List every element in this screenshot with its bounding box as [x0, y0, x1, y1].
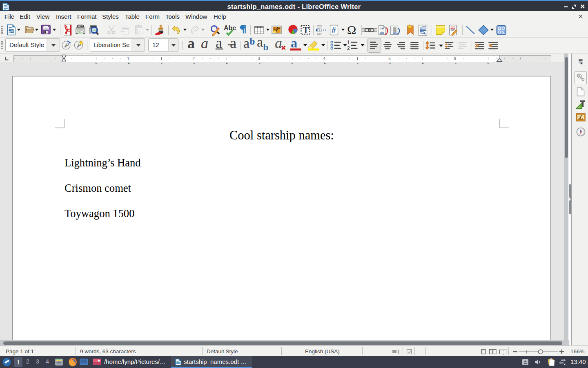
- svg-text:6: 6: [454, 56, 456, 61]
- svg-text:4: 4: [323, 56, 325, 61]
- svg-text:12: 12: [152, 41, 159, 48]
- svg-text:Liberation Se: Liberation Se: [94, 41, 129, 48]
- svg-text:a: a: [291, 38, 297, 50]
- svg-text:3: 3: [258, 56, 260, 61]
- svg-text:7: 7: [519, 56, 521, 61]
- svg-text:a: a: [201, 38, 208, 52]
- svg-text:2: 2: [347, 45, 350, 51]
- svg-text:Default Style: Default Style: [9, 41, 44, 48]
- svg-text:a: a: [187, 38, 195, 52]
- svg-text:b: b: [263, 42, 269, 52]
- svg-text:1: 1: [127, 56, 129, 61]
- svg-text:5: 5: [388, 56, 391, 61]
- svg-text:a: a: [275, 38, 282, 51]
- svg-text:a: a: [257, 38, 263, 49]
- svg-text:Ω: Ω: [347, 23, 356, 36]
- svg-text:1: 1: [347, 40, 350, 45]
- svg-text:a: a: [243, 38, 249, 51]
- svg-text:2: 2: [192, 56, 195, 61]
- svg-text:b: b: [250, 38, 255, 47]
- svg-text:#: #: [332, 26, 336, 34]
- svg-text:Abc: Abc: [224, 25, 236, 31]
- svg-text:T: T: [303, 25, 309, 35]
